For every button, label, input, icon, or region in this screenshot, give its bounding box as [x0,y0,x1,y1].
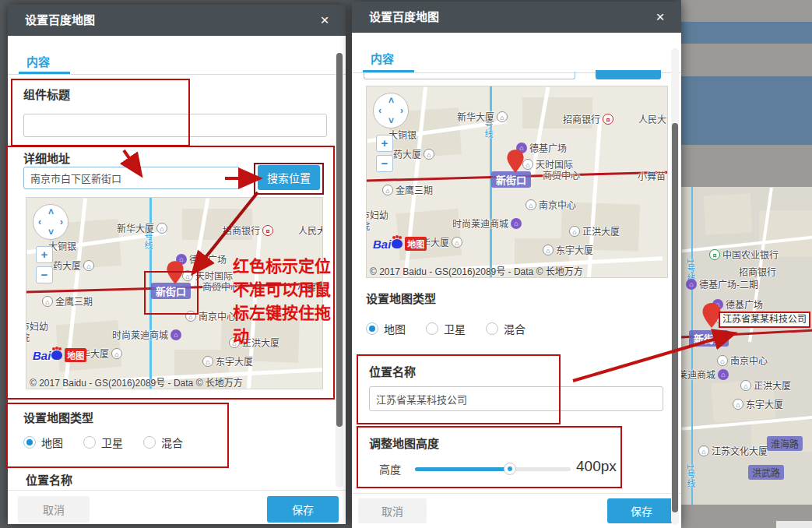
close-icon[interactable]: × [652,9,669,26]
dialog-left-baidu-map-settings: 设置百度地图 × 内容 组件标题 详细地址 搜索位置 1号线 ⌂ 新华大厦 [8,5,346,524]
height-slider-track[interactable] [415,467,571,471]
address-label: 详细地址 [23,150,70,166]
map-poi-label: ⌂ 东宇大厦 [543,243,593,256]
poi-icon: ⌂ [717,355,728,366]
save-button[interactable]: 保存 [607,498,676,523]
map-type-radios: 地图 卫星 混合 [366,321,526,336]
map-poi-label: ⌂ 正洪大厦 [740,378,791,392]
map-poi-label: ⌂ 金鹰三期 [42,294,93,308]
station-badge: 新街口 [491,171,531,188]
address-input[interactable] [23,167,240,189]
radio-dot [23,436,36,449]
pan-right-icon: › [60,216,63,227]
save-button[interactable]: 保存 [267,496,339,523]
search-location-button[interactable]: 搜索位置 [258,165,320,190]
search-location-button-partial[interactable] [596,70,661,79]
poi-icon: ⌂ [424,149,434,160]
map-poi-label: ⌂ 南京中心 [717,354,768,367]
cancel-button[interactable]: 取消 [18,496,90,523]
map-preview[interactable]: 1号线 ⌂ 新华大厦 大铜银 ⌂ 药大厦 ⌂ 金鹰三期 ¤ 招商银行 [366,86,668,278]
poi-icon: ⌂ [569,226,580,237]
cancel-button[interactable]: 取消 [358,498,427,523]
map-poi-label: ⌂ 金鹰三期 [382,183,433,196]
map-height-label: 调整地图高度 [369,435,439,451]
map-pin[interactable] [506,149,525,174]
pan-left-icon: ‹ [38,216,41,227]
pan-up-icon: ˄ [48,206,54,217]
height-value: 400px [576,458,617,475]
location-name-input[interactable] [369,386,663,411]
zoom-out-button[interactable]: − [36,266,53,283]
map-poi-label: ⌂ 药大厦 [393,147,434,160]
map-poi-label: ⌂ 新华大厦 [457,110,508,123]
poi-icon: ⌂ [526,199,536,210]
station-badge: 新街口 [151,283,191,299]
location-name-label: 位置名称 [369,363,416,379]
poi-icon: ⌂ [185,311,196,322]
background-map[interactable]: 1号线 1号线 ¤ 中国农业银行 ⌂ 德基广场-二期 招商银行 ⌂ 德基广场 ⌂… [681,187,812,505]
map-poi-label: 院 [366,219,370,232]
footer-divider [8,490,346,491]
poi-icon: ⌂ [452,237,462,248]
zoom-out-button[interactable]: − [376,155,393,172]
dialog-header: 设置百度地图 × [352,2,681,33]
dialog-right-baidu-map-settings: 设置百度地图 × 内容 1号线 ⌂ 新华大厦 大铜银 [352,2,681,528]
poi-icon: ⌂ [740,380,751,391]
company-label: 江苏省某某科技公司 [719,312,810,328]
radio-hybrid[interactable]: 混合 [486,321,526,336]
zoom-in-button[interactable]: + [36,246,53,263]
poi-icon: ¤ [262,225,273,236]
radio-satellite[interactable]: 卫星 [426,321,466,336]
poi-icon: ⌂ [111,348,122,359]
radio-hybrid[interactable]: 混合 [143,435,183,450]
map-poi-label: ⌂ 正洪大厦 [229,336,279,349]
map-poi-label: ⌂ 时尚莱迪商城 [112,328,181,341]
map-copyright: © 2017 Baidu - GS(2016)2089号 - Data © 长地… [30,375,243,389]
scrollbar-thumb[interactable] [672,123,678,512]
poi-icon: ⌂ [543,245,554,255]
poi-icon: ⌂ [718,369,729,380]
radio-map[interactable]: 地图 [366,321,406,336]
address-input-partial[interactable] [364,72,575,79]
map-preview[interactable]: 1号线 ⌂ 新华大厦 大铜银 ⌂ 药大厦 ⌂ 金鹰三期 ¤ 招商银行 [26,197,323,389]
poi-icon: ⌂ [733,399,743,410]
baidu-logo: Bai 地图 [373,237,427,251]
tab-content[interactable]: 内容 [26,53,50,69]
map-pan-control[interactable]: ˄ ˅ ‹ › [373,93,409,128]
map-poi-label: ⌂ 药大厦 [53,259,94,272]
map-poi-label: 招商银行 [739,265,776,278]
pan-left-icon: ‹ [378,105,381,116]
dialog-scrollbar[interactable] [671,48,679,525]
map-pan-control[interactable]: ˄ ˅ ‹ › [33,204,69,240]
map-poi-label: 商贸中心 [202,280,240,293]
scrollbar-thumb[interactable] [336,53,343,427]
map-poi-label: 人民大会 [638,112,668,125]
radio-satellite[interactable]: 卫星 [83,435,123,450]
poi-icon: ⌂ [229,337,240,348]
map-poi-label: ⌂ 新华大厦 [117,221,167,234]
map-poi-label: ¤ 招商银行 [223,224,273,237]
zoom-in-button[interactable]: + [376,135,393,152]
map-poi-label: 院 [26,330,30,343]
close-icon[interactable]: × [316,12,333,29]
dialog-scrollbar[interactable] [336,53,343,488]
height-slider-label: 高度 [379,461,401,477]
map-poi-label: ⌂ 南京中心 [526,198,576,211]
tab-content[interactable]: 内容 [371,50,394,66]
height-slider-handle[interactable] [504,463,516,475]
poi-icon: ⌂ [202,356,213,367]
map-pin[interactable] [166,260,185,285]
component-title-input[interactable] [23,114,327,137]
map-poi-label: ⌂ 莱迪商城 [681,368,729,381]
poi-icon: ¤ [709,249,720,260]
map-type-label: 设置地图类型 [366,290,436,306]
radio-dot [83,436,96,449]
baidu-logo: Bai 地图 [33,348,86,362]
poi-icon: ⌂ [83,260,94,271]
bg-band-blue-1 [681,22,812,44]
poi-icon: ⌂ [382,185,393,195]
poi-icon: ¤ [603,114,613,125]
radio-map[interactable]: 地图 [23,435,63,450]
map-poi-label: ⌂ 正洪大厦 [569,224,620,238]
component-title-label: 组件标题 [23,86,70,102]
